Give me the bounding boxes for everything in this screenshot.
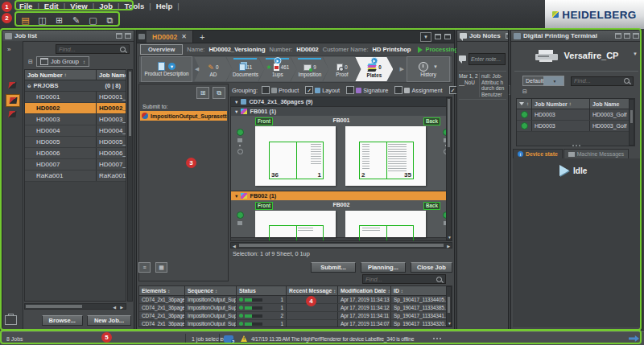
submit-list-icon[interactable]: ⊞	[196, 87, 209, 99]
job-row[interactable]: HD0002 HD0002_	[25, 103, 126, 114]
float-window-icon[interactable]	[444, 34, 451, 39]
sheets-hscrollbar[interactable]: ◀ ▶	[230, 242, 452, 248]
search-icon[interactable]	[436, 277, 442, 282]
overview-button[interactable]: Overview	[140, 44, 183, 55]
submit-target-row[interactable]: ImpositionOutput_SuprasetterA105	[140, 111, 227, 121]
edit-job-icon[interactable]: ✎	[70, 14, 82, 27]
tab-device-state[interactable]: i Device state	[513, 149, 563, 158]
dpt-job-row[interactable]: HD0003 HD0003_Golf	[517, 121, 634, 132]
expand-strip-icon[interactable]: »	[7, 46, 10, 53]
select-caret-icon[interactable]: ▼	[543, 76, 564, 85]
checkbox[interactable]: ✓	[346, 86, 354, 94]
dpt-search[interactable]	[571, 76, 634, 86]
sheet-front-thumbnail[interactable]: 36 1	[255, 126, 336, 186]
tab-machine-messages[interactable]: Machine Messages	[564, 149, 630, 158]
col-job-number[interactable]: Job Number↕	[25, 72, 96, 79]
browse-button[interactable]: Browse...	[42, 315, 83, 326]
submit-button[interactable]: Submit...	[311, 262, 356, 273]
new-tab-icon[interactable]: +	[195, 32, 209, 42]
menu-item[interactable]: Job	[99, 2, 113, 10]
sheet-back-thumbnail[interactable]	[345, 211, 426, 237]
col-sequence[interactable]: Sequence↕	[184, 286, 236, 295]
scroll-steps-right-icon[interactable]: ▶	[399, 66, 405, 72]
job-list-search-input[interactable]	[56, 46, 119, 53]
tab-list-chevron-icon[interactable]: ▼	[420, 32, 431, 42]
proof-device-icon[interactable]	[237, 138, 242, 142]
sheet-fb001-row[interactable]: ▼ FB001 (1)	[231, 107, 452, 116]
job-row[interactable]: RaKa001 RaKa001	[25, 170, 126, 182]
job-row[interactable]: HD0003 HD0003_	[25, 114, 126, 125]
job-overview-icon[interactable]: ◫	[36, 14, 48, 27]
page-report-icon[interactable]: ▢	[87, 14, 99, 27]
archive-icon[interactable]	[5, 315, 17, 325]
checkbox[interactable]: ✓	[394, 86, 402, 94]
job-group-dropdown[interactable]: Job Group ↕	[36, 56, 89, 67]
close-job-button[interactable]: Close Job	[411, 262, 452, 273]
search-icon[interactable]	[624, 78, 630, 84]
step-proof[interactable]: ✎ ★ 0 Proof	[323, 57, 361, 81]
dpt-search-input[interactable]	[572, 77, 623, 84]
step-history[interactable]: ▼ History	[407, 56, 450, 82]
col-job-name[interactable]: Job Name	[96, 70, 126, 80]
step-product-description[interactable]: ▼ Product Description	[141, 56, 192, 82]
job-list-icon[interactable]: ▤	[19, 14, 31, 27]
layout-group-row[interactable]: ▼ CD74_2x1_36pages (9)	[231, 97, 452, 107]
results-vscrollbar[interactable]: ▼	[446, 286, 452, 327]
results-search-input[interactable]	[363, 276, 436, 283]
splitter-handle[interactable]	[511, 143, 642, 147]
tree-collapse-icon[interactable]: ⊟	[28, 59, 33, 65]
float-window-icon[interactable]	[633, 33, 639, 39]
menu-item[interactable]: File	[19, 2, 32, 10]
col-filter[interactable]: ↕	[517, 99, 531, 109]
step-ad[interactable]: ✎ ★ 0 AD	[194, 57, 232, 81]
step-documents[interactable]: ✎ ★ 11 Documents	[226, 57, 264, 81]
submit-sequence-icon[interactable]: ⧉	[213, 87, 225, 99]
add-note-icon[interactable]	[459, 55, 466, 61]
job-row[interactable]: HD0001 HD0001_	[25, 92, 126, 103]
result-row[interactable]: CD74_2x1_36pages -... ImpositionOutput_S…	[139, 320, 452, 327]
col-modification-date[interactable]: Modification Date↕	[337, 286, 390, 295]
result-row[interactable]: CD74_2x1_36pages -... ImpositionOutput_S…	[139, 296, 452, 304]
col-status[interactable]: Status	[236, 286, 286, 295]
job-group-header-row[interactable]: ⊖PRJOBS (0 | 8)	[25, 80, 126, 92]
job-row[interactable]: HD0004 HD0004_	[25, 125, 126, 137]
menu-item[interactable]: View	[70, 2, 87, 10]
view-list-icon[interactable]: ≡	[138, 262, 151, 273]
note-entry[interactable]: Mar 1, 2__NoU null: Job-Attribuc h durch…	[459, 71, 506, 100]
filter-flag-1-icon[interactable]	[6, 80, 19, 91]
pin-icon[interactable]	[624, 33, 630, 39]
dpt-job-row[interactable]: HD0003 HD0003_Golf	[517, 109, 634, 121]
job-row[interactable]: HD0007 HD0007_	[25, 159, 126, 170]
grouping-option[interactable]: ✓ Signature	[346, 86, 388, 94]
pin-icon[interactable]	[506, 33, 508, 39]
new-job-button[interactable]: New Job...	[87, 315, 131, 326]
filter-flag-2-icon[interactable]	[6, 94, 20, 107]
dock-left-icon[interactable]	[116, 33, 122, 39]
export-icon[interactable]: ⧉	[104, 14, 116, 27]
col-job-name[interactable]: Job Name	[589, 99, 634, 109]
result-row[interactable]: CD74_2x1_36pages -... ImpositionOutput_S…	[139, 304, 452, 312]
menu-item[interactable]: Tools	[125, 2, 145, 10]
checkbox[interactable]: ✓	[262, 86, 270, 94]
dpt-vscrollbar[interactable]	[629, 99, 634, 146]
col-recent-message[interactable]: Recent Message↕	[286, 286, 337, 295]
zoom-icon[interactable]	[237, 149, 243, 154]
grouping-option[interactable]: ✓ Layout	[305, 86, 340, 94]
grouping-option[interactable]: ✓ Product	[262, 86, 299, 94]
col-id[interactable]: ID↕	[390, 286, 452, 295]
view-grid-icon[interactable]: ▦	[155, 262, 167, 273]
col-job-number[interactable]: Job Number↕	[531, 99, 589, 109]
note-input[interactable]: Enter note...	[469, 53, 506, 65]
step-1ups[interactable]: ✎ ★ 461 1ups	[258, 57, 296, 81]
close-tab-icon[interactable]: ✕	[181, 33, 187, 40]
checkbox[interactable]: ✓	[449, 86, 457, 94]
job-list-vscrollbar[interactable]	[127, 69, 133, 302]
results-search[interactable]	[362, 274, 446, 284]
job-list-hscrollbar[interactable]: ◀▶	[24, 303, 126, 310]
tab-hd0002[interactable]: HD0002✕	[147, 31, 193, 43]
job-list-search[interactable]	[56, 44, 130, 54]
step-imposition[interactable]: ✎ ★ 9 Imposition	[291, 57, 328, 81]
dock-left-icon[interactable]	[615, 33, 621, 39]
menu-item[interactable]: Help	[156, 2, 173, 10]
dock-right-icon[interactable]	[125, 33, 131, 39]
